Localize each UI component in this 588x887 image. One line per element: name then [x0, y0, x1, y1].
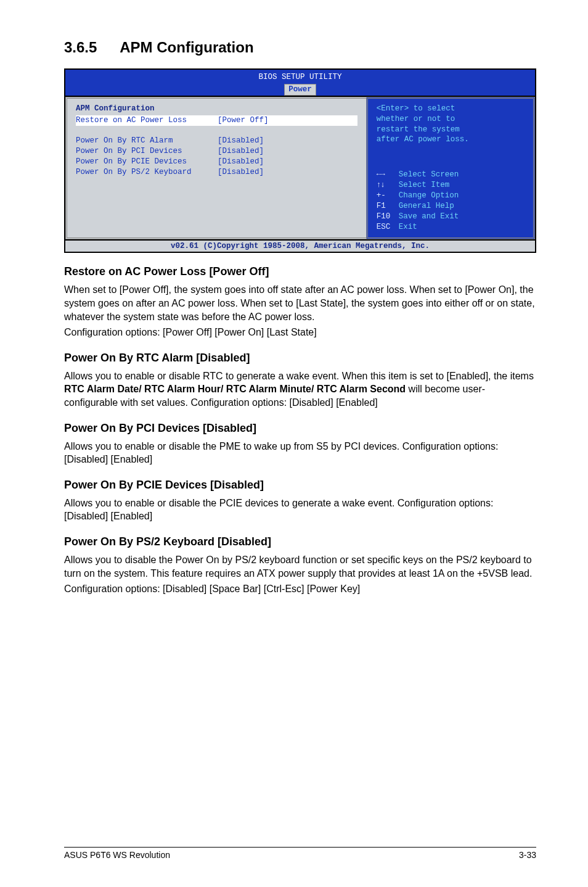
bios-nav-key: +- [377, 191, 399, 201]
subsection-heading: Power On By PS/2 Keyboard [Disabled] [64, 535, 536, 548]
bios-nav-key: F10 [377, 212, 399, 222]
subsection-heading: Power On By PCIE Devices [Disabled] [64, 479, 536, 492]
bios-setting-row: Power On By PCI Devices[Disabled] [76, 146, 357, 157]
bios-nav-row: +- Change Option [377, 191, 525, 201]
bios-setting-row: Power On By PS/2 Keyboard[Disabled] [76, 167, 357, 178]
bios-blank-line [76, 126, 357, 136]
bios-setting-label: Power On By PCI Devices [76, 146, 218, 157]
section-title: APM Configuration [120, 39, 253, 56]
page-footer: ASUS P6T6 WS Revolution 3-33 [64, 847, 536, 860]
bios-panel-heading: APM Configuration [76, 104, 357, 114]
bios-nav-desc: Select Screen [399, 170, 525, 180]
bios-nav-row: F1General Help [377, 201, 525, 212]
bios-footer: v02.61 (C)Copyright 1985-2008, American … [65, 239, 535, 252]
bios-active-tab: Power [284, 84, 316, 96]
body-paragraph: Configuration options: [Power Off] [Powe… [64, 326, 536, 339]
bios-help-line: whether or not to [377, 114, 525, 125]
subsection-heading: Power On By PCI Devices [Disabled] [64, 422, 536, 435]
bios-left-panel: APM Configuration Restore on AC Power Lo… [65, 97, 366, 239]
bios-title: BIOS SETUP UTILITY [258, 73, 341, 81]
bios-setting-value: [Disabled] [218, 146, 357, 157]
bios-setting-label: Restore on AC Power Loss [76, 115, 218, 126]
body-paragraph: When set to [Power Off], the system goes… [64, 283, 536, 323]
bios-setting-row: Restore on AC Power Loss[Power Off] [76, 115, 357, 126]
bios-setting-row: Power On By PCIE Devices[Disabled] [76, 157, 357, 167]
bios-setting-row: Power On By RTC Alarm[Disabled] [76, 136, 357, 146]
bios-setting-value: [Disabled] [218, 157, 357, 167]
body-paragraph: Allows you to enable or disable RTC to g… [64, 369, 536, 410]
bios-setting-value: [Disabled] [218, 167, 357, 178]
bios-nav-key: F1 [377, 201, 399, 212]
bios-nav-row: ←→Select Screen [377, 170, 525, 180]
bios-nav-desc: General Help [399, 201, 525, 212]
footer-left: ASUS P6T6 WS Revolution [64, 850, 170, 860]
bios-help-panel: <Enter> to select whether or not to rest… [366, 97, 535, 239]
body-paragraph: Configuration options: [Disabled] [Space… [64, 582, 536, 596]
bios-setting-value: [Power Off] [218, 115, 357, 126]
subsection-heading: Restore on AC Power Loss [Power Off] [64, 265, 536, 278]
bios-nav-key: ←→ [377, 170, 399, 180]
bios-nav-desc: Select Item [399, 180, 525, 191]
bios-title-bar: BIOS SETUP UTILITY Power [65, 70, 535, 96]
bios-setting-label: Power On By RTC Alarm [76, 136, 218, 146]
bios-nav-desc: Exit [399, 222, 525, 233]
bios-nav-desc: Save and Exit [399, 212, 525, 222]
bios-help-line: <Enter> to select [377, 104, 525, 114]
section-heading: 3.6.5 APM Configuration [64, 35, 536, 57]
bios-nav-row: ESCExit [377, 222, 525, 233]
bios-help-line: restart the system [377, 125, 525, 135]
bios-help-text: <Enter> to select whether or not to rest… [377, 104, 525, 146]
bios-nav-row: F10Save and Exit [377, 212, 525, 222]
bios-setting-value: [Disabled] [218, 136, 357, 146]
body-paragraph: Allows you to enable or disable the PME … [64, 440, 536, 466]
bios-nav-key: ↑↓ [377, 180, 399, 191]
bios-nav-row: ↑↓Select Item [377, 180, 525, 191]
bios-screenshot: BIOS SETUP UTILITY Power APM Configurati… [64, 68, 536, 253]
body-paragraph: Allows you to disable the Power On by PS… [64, 553, 536, 580]
footer-right: 3-33 [519, 850, 536, 860]
bios-nav-key: ESC [377, 222, 399, 233]
subsection-heading: Power On By RTC Alarm [Disabled] [64, 352, 536, 365]
bios-nav-keys: ←→Select Screen↑↓Select Item+- Change Op… [377, 170, 525, 232]
bios-help-line: after AC power loss. [377, 134, 525, 145]
section-number: 3.6.5 [64, 39, 97, 56]
body-paragraph: Allows you to enable or disable the PCIE… [64, 497, 536, 523]
bios-setting-label: Power On By PCIE Devices [76, 157, 218, 167]
bios-nav-desc: Change Option [399, 191, 525, 201]
bios-setting-label: Power On By PS/2 Keyboard [76, 167, 218, 178]
